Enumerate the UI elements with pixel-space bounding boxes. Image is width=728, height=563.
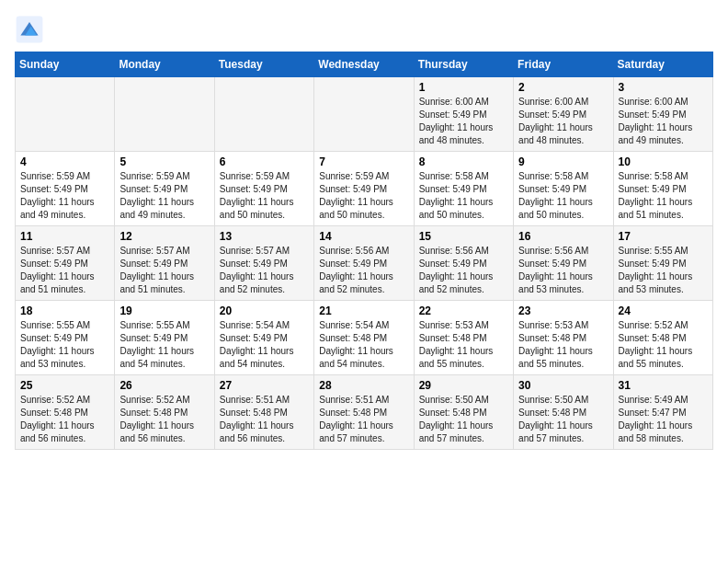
day-number: 14 xyxy=(319,230,408,243)
day-number: 9 xyxy=(518,155,608,168)
cell-info: Sunrise: 5:55 AM Sunset: 5:49 PM Dayligh… xyxy=(619,245,708,296)
cell-info: Sunrise: 5:55 AM Sunset: 5:49 PM Dayligh… xyxy=(20,319,109,371)
cell-info: Sunrise: 6:00 AM Sunset: 5:49 PM Dayligh… xyxy=(419,96,508,147)
cell-info: Sunrise: 5:50 AM Sunset: 5:48 PM Dayligh… xyxy=(419,394,508,445)
cell-info: Sunrise: 5:49 AM Sunset: 5:47 PM Dayligh… xyxy=(619,394,708,445)
calendar-week-row: 25Sunrise: 5:52 AM Sunset: 5:48 PM Dayli… xyxy=(16,375,713,450)
cell-info: Sunrise: 5:58 AM Sunset: 5:49 PM Dayligh… xyxy=(518,170,608,222)
calendar-week-row: 11Sunrise: 5:57 AM Sunset: 5:49 PM Dayli… xyxy=(16,226,713,301)
cell-info: Sunrise: 5:56 AM Sunset: 5:49 PM Dayligh… xyxy=(518,245,608,296)
calendar-cell: 11Sunrise: 5:57 AM Sunset: 5:49 PM Dayli… xyxy=(16,226,115,301)
calendar-cell: 12Sunrise: 5:57 AM Sunset: 5:49 PM Dayli… xyxy=(115,226,214,301)
day-number: 28 xyxy=(319,379,408,392)
calendar-cell: 30Sunrise: 5:50 AM Sunset: 5:48 PM Dayli… xyxy=(514,375,613,450)
calendar-cell: 7Sunrise: 5:59 AM Sunset: 5:49 PM Daylig… xyxy=(314,152,414,226)
cell-info: Sunrise: 5:57 AM Sunset: 5:49 PM Dayligh… xyxy=(220,245,309,296)
calendar-cell: 21Sunrise: 5:54 AM Sunset: 5:48 PM Dayli… xyxy=(314,301,414,375)
calendar-cell: 2Sunrise: 6:00 AM Sunset: 5:49 PM Daylig… xyxy=(514,77,613,152)
cell-info: Sunrise: 5:52 AM Sunset: 5:48 PM Dayligh… xyxy=(20,394,109,445)
cell-info: Sunrise: 5:56 AM Sunset: 5:49 PM Dayligh… xyxy=(419,245,508,296)
cell-info: Sunrise: 5:50 AM Sunset: 5:48 PM Dayligh… xyxy=(518,394,608,445)
day-number: 12 xyxy=(119,230,209,243)
cell-info: Sunrise: 5:59 AM Sunset: 5:49 PM Dayligh… xyxy=(20,170,109,222)
day-number: 30 xyxy=(518,379,608,392)
calendar-cell: 26Sunrise: 5:52 AM Sunset: 5:48 PM Dayli… xyxy=(115,375,214,450)
day-number: 8 xyxy=(419,155,508,168)
calendar-cell xyxy=(16,77,115,152)
calendar-cell: 10Sunrise: 5:58 AM Sunset: 5:49 PM Dayli… xyxy=(613,152,712,226)
calendar-cell: 29Sunrise: 5:50 AM Sunset: 5:48 PM Dayli… xyxy=(414,375,513,450)
calendar-cell: 14Sunrise: 5:56 AM Sunset: 5:49 PM Dayli… xyxy=(314,226,414,301)
day-number: 22 xyxy=(419,304,508,317)
day-number: 6 xyxy=(220,155,309,168)
day-number: 23 xyxy=(518,304,608,317)
calendar-cell: 6Sunrise: 5:59 AM Sunset: 5:49 PM Daylig… xyxy=(214,152,313,226)
cell-info: Sunrise: 6:00 AM Sunset: 5:49 PM Dayligh… xyxy=(518,96,608,147)
calendar-cell: 28Sunrise: 5:51 AM Sunset: 5:48 PM Dayli… xyxy=(314,375,414,450)
cell-info: Sunrise: 5:56 AM Sunset: 5:49 PM Dayligh… xyxy=(319,245,408,296)
calendar-cell: 20Sunrise: 5:54 AM Sunset: 5:49 PM Dayli… xyxy=(214,301,313,375)
cell-info: Sunrise: 5:58 AM Sunset: 5:49 PM Dayligh… xyxy=(619,170,708,222)
cell-info: Sunrise: 5:55 AM Sunset: 5:49 PM Dayligh… xyxy=(119,319,209,371)
weekday-header-row: SundayMondayTuesdayWednesdayThursdayFrid… xyxy=(16,52,713,77)
weekday-header: Friday xyxy=(514,52,613,77)
weekday-header: Tuesday xyxy=(214,52,313,77)
day-number: 27 xyxy=(220,379,309,392)
day-number: 4 xyxy=(20,155,109,168)
calendar-cell: 9Sunrise: 5:58 AM Sunset: 5:49 PM Daylig… xyxy=(514,152,613,226)
calendar-cell: 18Sunrise: 5:55 AM Sunset: 5:49 PM Dayli… xyxy=(16,301,115,375)
cell-info: Sunrise: 5:57 AM Sunset: 5:49 PM Dayligh… xyxy=(119,245,209,296)
cell-info: Sunrise: 5:53 AM Sunset: 5:48 PM Dayligh… xyxy=(419,319,508,371)
page-header xyxy=(15,15,713,44)
calendar-cell: 1Sunrise: 6:00 AM Sunset: 5:49 PM Daylig… xyxy=(414,77,513,152)
day-number: 26 xyxy=(119,379,209,392)
day-number: 13 xyxy=(220,230,309,243)
calendar-week-row: 1Sunrise: 6:00 AM Sunset: 5:49 PM Daylig… xyxy=(16,77,713,152)
day-number: 24 xyxy=(619,304,708,317)
cell-info: Sunrise: 5:53 AM Sunset: 5:48 PM Dayligh… xyxy=(518,319,608,371)
calendar-table: SundayMondayTuesdayWednesdayThursdayFrid… xyxy=(15,52,713,450)
weekday-header: Saturday xyxy=(613,52,712,77)
calendar-cell: 13Sunrise: 5:57 AM Sunset: 5:49 PM Dayli… xyxy=(214,226,313,301)
cell-info: Sunrise: 5:51 AM Sunset: 5:48 PM Dayligh… xyxy=(220,394,309,445)
cell-info: Sunrise: 5:51 AM Sunset: 5:48 PM Dayligh… xyxy=(319,394,408,445)
weekday-header: Wednesday xyxy=(314,52,414,77)
calendar-cell: 23Sunrise: 5:53 AM Sunset: 5:48 PM Dayli… xyxy=(514,301,613,375)
cell-info: Sunrise: 5:54 AM Sunset: 5:49 PM Dayligh… xyxy=(220,319,309,371)
day-number: 2 xyxy=(518,81,608,94)
day-number: 11 xyxy=(20,230,109,243)
cell-info: Sunrise: 5:59 AM Sunset: 5:49 PM Dayligh… xyxy=(319,170,408,222)
calendar-cell: 4Sunrise: 5:59 AM Sunset: 5:49 PM Daylig… xyxy=(16,152,115,226)
calendar-cell xyxy=(115,77,214,152)
day-number: 10 xyxy=(619,155,708,168)
day-number: 20 xyxy=(220,304,309,317)
calendar-cell: 31Sunrise: 5:49 AM Sunset: 5:47 PM Dayli… xyxy=(613,375,712,450)
cell-info: Sunrise: 6:00 AM Sunset: 5:49 PM Dayligh… xyxy=(619,96,708,147)
calendar-cell: 24Sunrise: 5:52 AM Sunset: 5:48 PM Dayli… xyxy=(613,301,712,375)
weekday-header: Monday xyxy=(115,52,214,77)
day-number: 1 xyxy=(419,81,508,94)
calendar-cell: 15Sunrise: 5:56 AM Sunset: 5:49 PM Dayli… xyxy=(414,226,513,301)
calendar-week-row: 4Sunrise: 5:59 AM Sunset: 5:49 PM Daylig… xyxy=(16,152,713,226)
cell-info: Sunrise: 5:59 AM Sunset: 5:49 PM Dayligh… xyxy=(220,170,309,222)
calendar-cell xyxy=(214,77,313,152)
calendar-cell: 25Sunrise: 5:52 AM Sunset: 5:48 PM Dayli… xyxy=(16,375,115,450)
weekday-header: Sunday xyxy=(16,52,115,77)
calendar-cell: 5Sunrise: 5:59 AM Sunset: 5:49 PM Daylig… xyxy=(115,152,214,226)
weekday-header: Thursday xyxy=(414,52,513,77)
day-number: 29 xyxy=(419,379,508,392)
calendar-week-row: 18Sunrise: 5:55 AM Sunset: 5:49 PM Dayli… xyxy=(16,301,713,375)
calendar-cell xyxy=(314,77,414,152)
cell-info: Sunrise: 5:58 AM Sunset: 5:49 PM Dayligh… xyxy=(419,170,508,222)
day-number: 16 xyxy=(518,230,608,243)
cell-info: Sunrise: 5:52 AM Sunset: 5:48 PM Dayligh… xyxy=(619,319,708,371)
calendar-cell: 27Sunrise: 5:51 AM Sunset: 5:48 PM Dayli… xyxy=(214,375,313,450)
day-number: 7 xyxy=(319,155,408,168)
cell-info: Sunrise: 5:59 AM Sunset: 5:49 PM Dayligh… xyxy=(119,170,209,222)
calendar-cell: 3Sunrise: 6:00 AM Sunset: 5:49 PM Daylig… xyxy=(613,77,712,152)
calendar-cell: 17Sunrise: 5:55 AM Sunset: 5:49 PM Dayli… xyxy=(613,226,712,301)
day-number: 3 xyxy=(619,81,708,94)
day-number: 21 xyxy=(319,304,408,317)
calendar-cell: 22Sunrise: 5:53 AM Sunset: 5:48 PM Dayli… xyxy=(414,301,513,375)
logo-icon xyxy=(15,15,44,44)
